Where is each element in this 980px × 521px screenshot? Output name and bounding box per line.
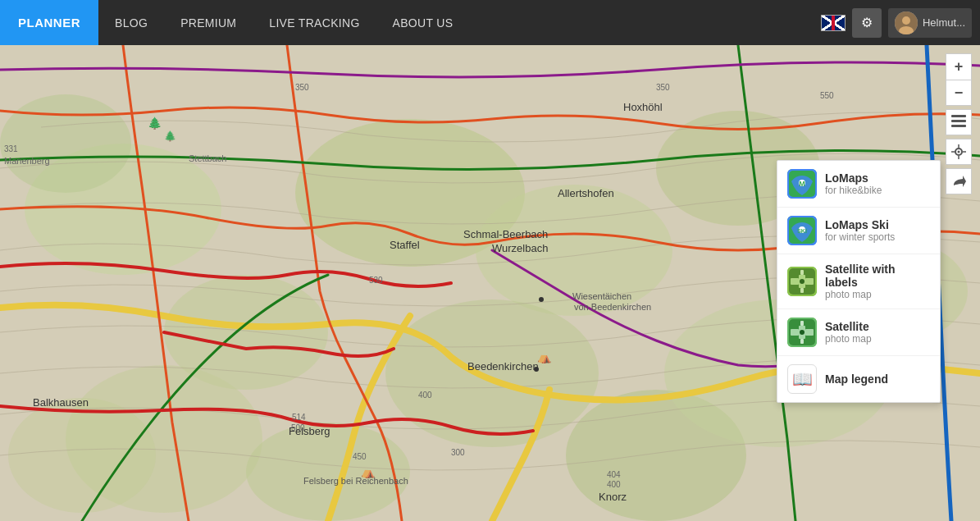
satellite-option[interactable]: Satellite photo map [777, 309, 940, 356]
nav-live-tracking[interactable]: LIVE TRACKING [253, 0, 376, 45]
svg-text:Stettbach: Stettbach [189, 153, 226, 163]
svg-text:Schmal-Beerbach: Schmal-Beerbach [463, 228, 548, 240]
svg-text:Marienberg: Marienberg [4, 156, 50, 166]
svg-rect-72 [800, 270, 804, 275]
map-legend-title: Map legend [825, 372, 888, 386]
svg-point-15 [8, 398, 156, 513]
svg-rect-78 [805, 329, 814, 336]
svg-point-54 [958, 151, 960, 153]
svg-text:Knorz: Knorz [599, 491, 627, 503]
svg-text:350: 350 [656, 83, 670, 92]
svg-rect-69 [791, 278, 799, 285]
svg-point-5 [0, 94, 131, 193]
svg-rect-70 [805, 278, 814, 285]
lomaps-ski-subtitle: for winter sports [825, 231, 895, 243]
lomaps-ski-title: LoMaps Ski [825, 218, 895, 231]
zoom-out-button[interactable]: − [946, 80, 972, 106]
satellite-labels-icon [787, 267, 817, 296]
user-name: Helmut... [923, 16, 965, 29]
svg-text:von Beedenkirchen: von Beedenkirchen [574, 302, 651, 312]
planner-button[interactable]: PLANNER [0, 0, 98, 45]
svg-text:Staffel: Staffel [390, 239, 420, 251]
user-menu[interactable]: Helmut... [888, 8, 972, 38]
satellite-labels-subtitle: photo map [825, 289, 930, 300]
lomaps-ski-icon: SKI [787, 216, 817, 245]
svg-point-1 [902, 16, 910, 25]
share-button[interactable] [946, 168, 972, 194]
layers-button[interactable] [946, 109, 972, 135]
svg-rect-80 [800, 321, 804, 326]
nav-blog[interactable]: BLOG [98, 0, 164, 45]
svg-text:Allertshofen: Allertshofen [558, 187, 614, 199]
nav-about-us[interactable]: ABOUT US [376, 0, 470, 45]
satellite-subtitle: photo map [825, 333, 872, 345]
svg-text:331: 331 [4, 144, 18, 153]
svg-text:SKI: SKI [797, 228, 807, 234]
svg-text:M: M [799, 180, 805, 188]
svg-point-74 [800, 279, 805, 284]
nav-right-area: ⚙ Helmut... [821, 8, 980, 38]
navbar: PLANNER BLOG PREMIUM LIVE TRACKING ABOUT… [0, 0, 980, 45]
svg-point-49 [539, 297, 544, 302]
map-legend-text: Map legend [825, 372, 888, 386]
satellite-labels-title: Satellite with labels [825, 263, 930, 289]
svg-text:Balkhausen: Balkhausen [33, 396, 89, 409]
svg-text:🌲: 🌲 [164, 130, 176, 142]
zoom-controls: + − [946, 53, 972, 106]
lomaps-title: LoMaps [825, 171, 882, 185]
svg-rect-73 [800, 288, 804, 293]
location-button[interactable] [946, 139, 972, 165]
nav-premium[interactable]: PREMIUM [164, 0, 253, 45]
svg-text:Wurzelbach: Wurzelbach [492, 242, 548, 254]
svg-rect-52 [951, 125, 966, 127]
svg-text:350: 350 [295, 83, 309, 92]
svg-text:🌲: 🌲 [148, 117, 162, 130]
lomaps-text: LoMaps for hike&bike [825, 171, 882, 196]
svg-text:404: 404 [607, 470, 621, 479]
svg-text:⛺: ⛺ [537, 350, 552, 364]
satellite-title: Satellite [825, 320, 872, 333]
svg-text:400: 400 [418, 391, 432, 400]
svg-text:Felsberg bei Reichenbach: Felsberg bei Reichenbach [303, 476, 408, 486]
layer-controls [946, 109, 972, 194]
svg-text:450: 450 [353, 452, 367, 461]
svg-text:Beedenkirchen: Beedenkirchen [467, 360, 539, 372]
avatar [895, 11, 918, 34]
svg-rect-51 [951, 120, 966, 122]
lomaps-ski-option[interactable]: SKI LoMaps Ski for winter sports [777, 208, 940, 254]
svg-rect-50 [951, 115, 966, 117]
svg-text:550: 550 [820, 91, 834, 100]
zoom-in-button[interactable]: + [946, 53, 972, 80]
svg-text:300: 300 [451, 448, 465, 457]
svg-text:Hoxhöhl: Hoxhöhl [623, 101, 663, 113]
svg-point-11 [385, 299, 599, 447]
satellite-text: Satellite photo map [825, 320, 872, 345]
lomaps-option[interactable]: M LoMaps for hike&bike [777, 161, 940, 208]
svg-text:530: 530 [369, 276, 383, 285]
settings-button[interactable]: ⚙ [852, 8, 882, 38]
svg-point-82 [800, 330, 805, 335]
lomaps-icon: M [787, 169, 817, 199]
svg-text:500: 500 [291, 423, 305, 432]
satellite-icon [787, 318, 817, 347]
svg-text:400: 400 [607, 480, 621, 489]
satellite-labels-text: Satellite with labels photo map [825, 263, 930, 300]
lomaps-subtitle: for hike&bike [825, 185, 882, 196]
map-legend-option[interactable]: 📖 Map legend [777, 356, 940, 402]
map-area[interactable]: 🌲 🌲 ⛺ ⛺ Hoxhöhl Allertshofen Staffel Sch… [0, 45, 980, 521]
lomaps-ski-text: LoMaps Ski for winter sports [825, 218, 895, 243]
language-flag[interactable] [821, 15, 846, 31]
svg-text:514: 514 [292, 413, 306, 422]
svg-rect-81 [800, 339, 804, 344]
map-layer-dropdown: M LoMaps for hike&bike SKI LoMaps Ski [777, 160, 941, 403]
svg-point-14 [246, 423, 410, 521]
svg-rect-77 [791, 329, 799, 336]
svg-text:Wiesentäichen: Wiesentäichen [572, 291, 631, 301]
satellite-labels-option[interactable]: Satellite with labels photo map [777, 254, 940, 309]
map-legend-icon: 📖 [787, 364, 817, 394]
svg-point-48 [534, 367, 539, 372]
